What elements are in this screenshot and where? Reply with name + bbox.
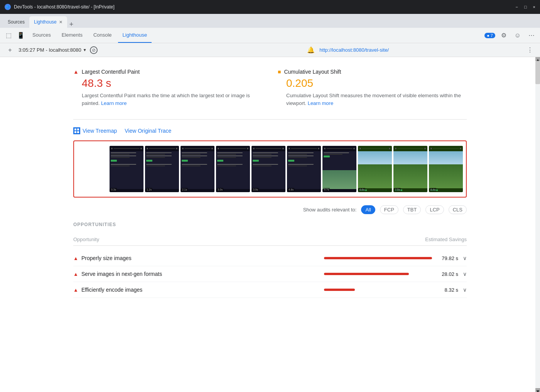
window-title: DevTools - localhost:8080/travel-site/ -…	[14, 4, 512, 10]
add-tab-button[interactable]: +	[67, 21, 76, 28]
filter-fcp-button[interactable]: FCP	[380, 205, 398, 214]
cls-value: 0.205	[286, 77, 467, 90]
tab-lighthouse[interactable]: Lighthouse	[118, 28, 152, 43]
tab-label: Lighthouse	[34, 19, 57, 25]
filmstrip-frame-img3: 8.4s	[429, 146, 463, 192]
opportunity-row-1: ▲ Serve images in next-gen formats 28.02…	[73, 266, 467, 282]
current-time: 3:05:27 PM	[19, 47, 44, 53]
window-controls[interactable]: − □ ×	[515, 5, 535, 9]
filter-tbt-button[interactable]: TBT	[403, 205, 421, 214]
browser-tab-lighthouse[interactable]: Lighthouse ✕	[29, 16, 67, 28]
lcp-title: Largest Contentful Paint	[82, 69, 140, 75]
filter-cls-button[interactable]: CLS	[449, 205, 467, 214]
cls-learn-more[interactable]: Learn more	[308, 100, 333, 106]
clear-icon[interactable]: ⊘	[90, 46, 98, 54]
audit-filter: Show audits relevant to: All FCP TBT LCP…	[73, 205, 467, 214]
view-buttons: View Treemap View Original Trace	[73, 127, 467, 134]
filmstrip-frame-1: 1.2s	[145, 146, 179, 192]
lcp-warning-icon: ▲	[73, 69, 79, 75]
opp-bar-container-0	[324, 257, 432, 259]
browser-tab-sources[interactable]: Sources	[3, 16, 29, 28]
dropdown-icon[interactable]: ▼	[83, 48, 87, 52]
cls-title: Cumulative Layout Shift	[284, 69, 341, 75]
opp-title-1: Serve images in next-gen formats	[81, 271, 321, 277]
filmstrip-frame-2: 2.1s	[181, 146, 214, 192]
devtools-toolbar: ⬚ 📱 Sources Elements Console Lighthouse …	[0, 28, 540, 43]
tab-close-icon[interactable]: ✕	[59, 20, 62, 25]
cls-header: ■ Cumulative Layout Shift	[278, 69, 467, 75]
column-savings: Estimated Savings	[425, 237, 467, 242]
view-treemap-label: View Treemap	[83, 128, 117, 134]
opp-chevron-2[interactable]: ∨	[463, 287, 467, 293]
time-indicator: 3:05:27 PM - localhost:8080 ▼	[19, 47, 87, 53]
opp-chevron-0[interactable]: ∨	[463, 255, 467, 261]
devtools-right-controls: ● 7 ⚙ ☺ ⋯	[484, 30, 537, 41]
opp-bar-0	[324, 257, 432, 259]
main-content-area: ▲ Largest Contentful Paint 48.3 s Larges…	[0, 57, 540, 392]
scroll-down-arrow[interactable]: ▼	[535, 388, 540, 392]
opportunity-row-2: ▲ Efficiently encode images 8.32 s ∨	[73, 282, 467, 298]
tab-label: Sources	[8, 19, 25, 25]
filmstrip-container: 0.3s 1.2s	[73, 140, 467, 198]
lcp-learn-more[interactable]: Learn more	[101, 100, 127, 106]
opp-bar-2	[324, 289, 355, 291]
opp-bar-container-1	[324, 273, 432, 275]
opp-warning-icon-0: ▲	[73, 255, 78, 261]
tab-console[interactable]: Console	[89, 28, 116, 43]
filmstrip-frame-4: 3.9s	[251, 146, 285, 192]
opp-warning-icon-2: ▲	[73, 287, 78, 293]
notification-count[interactable]: ● 7	[484, 33, 495, 38]
send-feedback-icon[interactable]: ☺	[512, 30, 523, 41]
view-original-trace-button[interactable]: View Original Trace	[125, 128, 171, 134]
opp-title-2: Efficiently encode images	[81, 287, 321, 293]
content-inner: ▲ Largest Contentful Paint 48.3 s Larges…	[50, 57, 490, 306]
close-button[interactable]: ×	[533, 5, 535, 9]
browser-icon: 🔷	[5, 4, 11, 10]
opp-title-0: Properly size images	[81, 255, 321, 261]
treemap-icon	[73, 127, 80, 134]
audit-filter-label: Show audits relevant to:	[303, 207, 357, 213]
lcp-description: Largest Contentful Paint marks the time …	[82, 92, 262, 107]
view-treemap-button[interactable]: View Treemap	[73, 127, 117, 134]
right-scrollbar[interactable]: ▲ ▼	[535, 57, 540, 392]
filter-lcp-button[interactable]: LCP	[425, 205, 444, 214]
filmstrip-frame-img2: 7.5s	[393, 146, 427, 192]
filmstrip-frame-partial: 5.7s	[322, 146, 356, 192]
filter-all-button[interactable]: All	[361, 205, 375, 214]
tab-sources[interactable]: Sources	[28, 28, 56, 43]
filmstrip-frame-img1: 6.6s	[358, 146, 392, 192]
filmstrip-frame-5: 4.8s	[287, 146, 321, 192]
cls-warning-icon: ■	[278, 69, 281, 75]
maximize-button[interactable]: □	[524, 5, 527, 9]
add-panel-icon[interactable]: +	[5, 45, 15, 56]
scrollbar-thumb[interactable]	[535, 61, 540, 84]
opp-bar-container-2	[324, 289, 432, 291]
opp-bar-1	[324, 273, 409, 275]
more-options-icon[interactable]: ⋯	[526, 30, 537, 41]
minimize-button[interactable]: −	[515, 5, 518, 9]
device-mode-button[interactable]: 📱	[15, 30, 26, 41]
column-opportunity: Opportunity	[73, 237, 99, 242]
opp-chevron-1[interactable]: ∨	[463, 271, 467, 277]
opp-savings-1: 28.02 s	[435, 271, 458, 277]
opportunities-table-header: Opportunity Estimated Savings	[73, 233, 467, 246]
settings-icon[interactable]: ⚙	[498, 30, 509, 41]
cls-metric: ■ Cumulative Layout Shift 0.205 Cumulati…	[278, 69, 467, 107]
browser-tab-bar: Sources Lighthouse ✕ +	[0, 14, 540, 28]
scroll-up-arrow[interactable]: ▲	[535, 57, 540, 61]
more-url-options[interactable]: ⋮	[525, 45, 535, 56]
page-url[interactable]: http://localhost:8080/travel-site/	[319, 47, 521, 53]
opp-savings-0: 79.82 s	[435, 255, 458, 261]
lcp-value: 48.3 s	[82, 77, 262, 90]
tab-elements[interactable]: Elements	[57, 28, 87, 43]
view-trace-label: View Original Trace	[125, 128, 171, 134]
opportunity-row-0: ▲ Properly size images 79.82 s ∨	[73, 250, 467, 266]
address-bar: + 3:05:27 PM - localhost:8080 ▼ ⊘ 🔔 http…	[0, 43, 540, 57]
lcp-metric: ▲ Largest Contentful Paint 48.3 s Larges…	[73, 69, 262, 107]
metrics-grid: ▲ Largest Contentful Paint 48.3 s Larges…	[73, 65, 467, 107]
filmstrip-frame-0: 0.3s	[110, 146, 143, 192]
filmstrip-frame-3: 3.0s	[216, 146, 250, 192]
security-icon: 🔔	[305, 45, 316, 56]
lcp-header: ▲ Largest Contentful Paint	[73, 69, 262, 75]
inspect-element-button[interactable]: ⬚	[3, 30, 14, 41]
